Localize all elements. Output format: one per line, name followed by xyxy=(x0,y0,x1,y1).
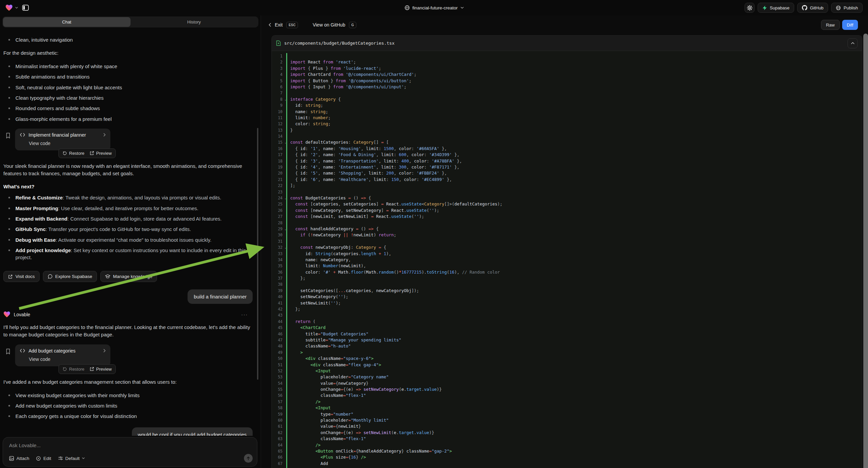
code-line: 26 const [newCategory, setNewCategory] =… xyxy=(272,207,862,213)
sidebar-toggle-button[interactable] xyxy=(21,3,31,13)
settings-gear-button[interactable] xyxy=(745,3,754,13)
fold-chevron-icon[interactable]: ⌄ xyxy=(284,245,286,251)
project-switcher[interactable]: financial-future-creator xyxy=(404,5,464,10)
restore-button[interactable]: Restore xyxy=(62,151,85,156)
line-number: 48 xyxy=(272,343,282,349)
supabase-button[interactable]: Supabase xyxy=(757,3,794,13)
code-line-text: const handleAddCategory = () => { xyxy=(287,226,378,232)
raw-toggle-button[interactable]: Raw xyxy=(821,20,840,30)
code-line-text: <Input xyxy=(287,405,331,411)
code-line-text: import ChartCard from '@/components/ui/C… xyxy=(287,71,416,78)
logo-chevron-down-icon[interactable] xyxy=(15,7,18,9)
chat-scrollbar[interactable] xyxy=(257,128,258,380)
code-line-text: onChange={(e) => setNewCategory(e.target… xyxy=(287,386,442,392)
back-chevron-icon[interactable] xyxy=(269,23,271,27)
code-line: 3import { Plus } from 'lucide-react'; xyxy=(272,65,862,71)
line-number: 66 xyxy=(272,454,282,460)
exit-button[interactable]: Exit xyxy=(275,22,282,28)
code-line: 45 <ChartCard xyxy=(272,325,862,331)
line-number: 9 xyxy=(272,103,282,109)
code-line: 34 name: newCategory, xyxy=(272,257,862,263)
preview-button[interactable]: Preview xyxy=(90,367,112,372)
code-content[interactable]: 12import React from 'react';3import { Pl… xyxy=(272,51,862,468)
view-on-github-button[interactable]: View on GitHub xyxy=(313,22,345,28)
code-line-text xyxy=(287,220,290,226)
edit-button[interactable]: Edit xyxy=(36,456,51,461)
code-line: 1 xyxy=(272,53,862,59)
code-line: 16 { id: '1', name: 'Housing', limit: 15… xyxy=(272,146,862,152)
attach-button[interactable]: Attach xyxy=(9,456,29,461)
line-number: 31 xyxy=(272,238,282,244)
line-number: 20 xyxy=(272,170,282,176)
tab-history[interactable]: History xyxy=(130,17,258,27)
chip-visit-docs[interactable]: Visit docs xyxy=(3,271,39,282)
list-item: Clean typography with clear hierarchies xyxy=(16,94,253,101)
send-button[interactable] xyxy=(244,454,253,463)
code-icon xyxy=(20,133,25,137)
project-chevron-down-icon xyxy=(460,7,464,9)
line-number: 15⌄ xyxy=(272,139,282,145)
code-line-text xyxy=(287,133,290,139)
version-card[interactable]: Implement financial plannerView codeRest… xyxy=(15,128,111,150)
line-number: 4 xyxy=(272,71,282,78)
publish-button[interactable]: Publish xyxy=(831,3,863,13)
code-line: 18 { id: '3', name: 'Transportation', li… xyxy=(272,158,862,164)
chat-paragraph: For the design aesthetic: xyxy=(3,49,253,57)
code-line: 12 color: string; xyxy=(272,121,862,127)
file-header[interactable]: src/components/budget/BudgetCategories.t… xyxy=(272,36,862,51)
code-line: 11 limit: number; xyxy=(272,115,862,121)
collapse-file-button[interactable] xyxy=(847,38,858,48)
code-line-text: <ChartCard xyxy=(287,325,326,331)
version-card[interactable]: Add budget categoriesView codeRestorePre… xyxy=(15,345,111,366)
code-line: 30 if (!newCategory || !newLimit) return… xyxy=(272,232,862,238)
line-number: 62 xyxy=(272,430,282,436)
fold-chevron-icon[interactable]: ⌄ xyxy=(284,140,286,146)
mode-default-dropdown[interactable]: Default xyxy=(58,456,85,461)
window-scrollbar[interactable] xyxy=(863,34,868,468)
diff-toggle-button[interactable]: Diff xyxy=(842,20,858,30)
github-button[interactable]: GitHub xyxy=(797,3,828,13)
code-line: 59 type="number" xyxy=(272,411,862,417)
chat-message-list[interactable]: Clean, intuitive navigationFor the desig… xyxy=(0,30,257,436)
bookmark-icon[interactable] xyxy=(6,349,12,354)
fold-chevron-icon[interactable]: ⌄ xyxy=(284,97,286,103)
code-line-text: const BudgetCategories = () => { xyxy=(287,195,371,201)
code-line: 64 /> xyxy=(272,442,862,448)
tab-chat[interactable]: Chat xyxy=(3,17,130,27)
restore-button[interactable]: Restore xyxy=(62,367,85,372)
code-line-text: /> xyxy=(287,442,320,448)
preview-button[interactable]: Preview xyxy=(90,151,112,156)
line-number: 13 xyxy=(272,127,282,133)
chevron-right-icon[interactable] xyxy=(103,133,106,137)
line-number: 19 xyxy=(272,164,282,170)
bookmark-icon[interactable] xyxy=(6,133,12,139)
view-code-link[interactable]: View code xyxy=(29,356,106,362)
composer-input[interactable]: Ask Lovable... xyxy=(9,442,251,448)
chevron-right-icon[interactable] xyxy=(103,349,106,352)
chip-manage-knowledge[interactable]: Manage knowledge xyxy=(100,271,157,282)
line-number: 44 xyxy=(272,319,282,325)
code-line: 56 className="flex-1" xyxy=(272,392,862,399)
view-code-link[interactable]: View code xyxy=(29,141,106,146)
code-line: 44 return ( xyxy=(272,319,862,325)
line-number: 68 xyxy=(272,467,282,468)
line-number: 11 xyxy=(272,115,282,121)
code-line: 63 className="flex-1" xyxy=(272,436,862,442)
code-line: 21 { id: '6', name: 'Healthcare', limit:… xyxy=(272,177,862,183)
lovable-logo-heart-icon[interactable] xyxy=(5,4,13,11)
code-line: 4import ChartCard from '@/components/ui/… xyxy=(272,71,862,78)
code-line-text: limit: Number(newLimit), xyxy=(287,263,366,269)
fold-chevron-icon[interactable]: ⌄ xyxy=(284,226,286,232)
code-line-text: className="flex-1" xyxy=(287,392,366,399)
line-number: 41 xyxy=(272,300,282,306)
code-line: 61 value={newLimit} xyxy=(272,423,862,429)
line-number: 22 xyxy=(272,183,282,189)
line-number: 16 xyxy=(272,146,282,152)
chat-paragraph: Your sleek financial planner is now read… xyxy=(3,163,253,177)
fold-chevron-icon[interactable]: ⌄ xyxy=(284,195,286,201)
line-number: 32⌄ xyxy=(272,244,282,251)
chip-explore-supabase[interactable]: Explore Supabase xyxy=(43,271,97,282)
code-line-text: placeholder="Category name" xyxy=(287,374,389,380)
line-number: 52 xyxy=(272,368,282,374)
message-menu-button[interactable]: ··· xyxy=(241,312,248,317)
